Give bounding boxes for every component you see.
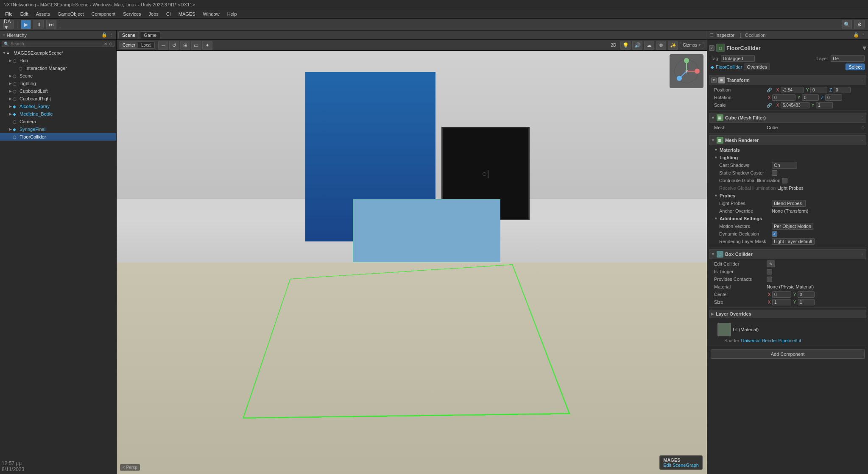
- light-probes-dropdown[interactable]: Blend Probes: [772, 200, 806, 207]
- mesh-renderer-arrow[interactable]: ▼: [711, 138, 715, 142]
- tree-expand-lighting[interactable]: ▶: [8, 81, 13, 86]
- scale-tool-icon[interactable]: ⊞: [180, 41, 190, 50]
- dynamic-occlusion-toggle[interactable]: ✓: [772, 231, 777, 237]
- menu-ci[interactable]: CI: [163, 11, 174, 17]
- menu-gameobject[interactable]: GameObject: [54, 11, 87, 17]
- position-y-input[interactable]: [810, 87, 827, 93]
- is-trigger-toggle[interactable]: [767, 269, 772, 274]
- hierarchy-more-icon[interactable]: ⋮: [109, 32, 114, 38]
- menu-mages[interactable]: MAGES: [175, 11, 199, 17]
- 2d-btn[interactable]: 2D: [608, 42, 619, 48]
- center-btn[interactable]: Center: [120, 42, 138, 48]
- contribute-gi-toggle[interactable]: [782, 178, 787, 183]
- fx-icon[interactable]: ✨: [668, 41, 678, 50]
- menu-help[interactable]: Help: [224, 11, 240, 17]
- tree-expand-cupboardright[interactable]: ▶: [8, 97, 13, 101]
- audio-icon[interactable]: 🔊: [632, 41, 642, 50]
- tree-expand-hub[interactable]: ▶: [8, 58, 13, 63]
- edit-collider-button[interactable]: ✎: [767, 261, 775, 267]
- box-collider-header[interactable]: ▼ □ Box Collider ⋮: [709, 249, 866, 259]
- tree-expand-cupboardleft[interactable]: ▶: [8, 89, 13, 93]
- size-x-input[interactable]: [772, 299, 791, 305]
- provides-contacts-toggle[interactable]: [767, 277, 772, 282]
- tree-item-camera[interactable]: ◌ Camera: [0, 118, 116, 125]
- position-x-input[interactable]: [781, 87, 804, 93]
- tree-item-cupboardleft[interactable]: ▶ ◌ CupboardLeft: [0, 87, 116, 95]
- play-button[interactable]: ▶: [21, 20, 31, 29]
- static-shadow-toggle[interactable]: [772, 170, 777, 176]
- tab-game[interactable]: Game: [140, 31, 160, 39]
- tree-item-floorcollider[interactable]: ◌ FloorCollider: [0, 133, 116, 141]
- scale-x-input[interactable]: [781, 102, 809, 108]
- center-x-input[interactable]: [772, 291, 791, 298]
- settings-icon-toolbar[interactable]: ⚙: [854, 20, 865, 29]
- tree-item-lighting[interactable]: ▶ ◌ Lighting: [0, 80, 116, 87]
- object-enabled-checkbox[interactable]: ✓: [709, 45, 714, 51]
- inspector-lock-icon[interactable]: 🔒: [853, 32, 859, 38]
- scale-y-input[interactable]: [816, 102, 833, 108]
- menu-services[interactable]: Services: [120, 11, 144, 17]
- hierarchy-filter-icon[interactable]: ⊙: [109, 42, 112, 46]
- mesh-renderer-header[interactable]: ▼ ▦ Mesh Renderer ⋮: [709, 135, 866, 145]
- menu-edit[interactable]: Edit: [17, 11, 32, 17]
- rotation-z-input[interactable]: [825, 94, 842, 101]
- local-btn[interactable]: Local: [139, 42, 154, 48]
- gizmos-dropdown[interactable]: Gizmos ▼: [680, 42, 704, 48]
- tab-scene[interactable]: Scene: [118, 31, 139, 39]
- pause-button[interactable]: ⏸: [33, 20, 44, 29]
- menu-file[interactable]: File: [2, 11, 16, 17]
- step-button[interactable]: ⏭: [46, 20, 56, 29]
- probes-section-header[interactable]: ▼ Probes: [712, 192, 866, 200]
- edit-scene-graph-btn[interactable]: Edit SceneGraph: [663, 463, 699, 468]
- tree-item-hub[interactable]: ▶ ◌ Hub: [0, 57, 116, 64]
- tree-item-syringefinal[interactable]: ▶ ◆ SyringeFinal: [0, 125, 116, 133]
- rotation-x-input[interactable]: [772, 94, 795, 101]
- cast-shadows-value[interactable]: On: [772, 162, 797, 169]
- rotate-tool-icon[interactable]: ↺: [169, 41, 179, 50]
- hierarchy-search-clear[interactable]: ✕: [104, 42, 107, 46]
- position-z-input[interactable]: [834, 87, 851, 93]
- object-name-field[interactable]: FloorCollider: [726, 45, 761, 51]
- add-component-button[interactable]: Add Component: [711, 349, 865, 359]
- mesh-filter-header[interactable]: ▼ ▦ Cube (Mesh Filter) ⋮: [709, 113, 866, 123]
- tree-expand-syringe[interactable]: ▶: [8, 127, 13, 131]
- rotation-y-input[interactable]: [802, 94, 819, 101]
- transform-tool-icon[interactable]: ✦: [202, 41, 212, 50]
- size-y-input[interactable]: [798, 299, 815, 305]
- layer-overrides-header[interactable]: ▶ Layer Overrides: [709, 310, 866, 318]
- box-collider-arrow[interactable]: ▼: [711, 252, 715, 256]
- rendering-layer-dropdown[interactable]: Light Layer default: [772, 238, 815, 245]
- mesh-target-icon[interactable]: ⊙: [861, 125, 865, 130]
- static-dropdown-icon[interactable]: ▾: [862, 43, 866, 53]
- skybox-icon[interactable]: ☁: [644, 41, 654, 50]
- overrides-button[interactable]: Overrides: [744, 64, 770, 70]
- menu-assets[interactable]: Assets: [33, 11, 53, 17]
- tree-item-magesexamplescene[interactable]: ▼ ● MAGESExampleScene*: [0, 49, 116, 57]
- transform-expand-arrow[interactable]: ▼: [711, 78, 717, 83]
- mesh-renderer-more-icon[interactable]: ⋮: [860, 138, 864, 143]
- transform-component-header[interactable]: ▼ ⊕ Transform ⋮: [709, 75, 866, 85]
- motion-vectors-dropdown[interactable]: Per Object Motion: [772, 223, 813, 230]
- hierarchy-search-input[interactable]: [11, 42, 102, 46]
- tree-item-interactionmanager[interactable]: ◌ Interaction Manager: [0, 64, 116, 72]
- tree-item-alcohol-spray[interactable]: ▶ ◆ Alcohol_Spray: [0, 103, 116, 110]
- layer-overrides-arrow[interactable]: ▶: [711, 312, 714, 316]
- tree-item-medicine-bottle[interactable]: ▶ ◆ Medicine_Bottle: [0, 110, 116, 118]
- menu-jobs[interactable]: Jobs: [145, 11, 162, 17]
- materials-section-header[interactable]: ▼ Materials: [712, 146, 866, 154]
- hierarchy-lock-icon[interactable]: 🔒: [101, 32, 107, 38]
- tree-expand-magesscene[interactable]: ▼: [2, 51, 7, 55]
- additional-settings-header[interactable]: ▼ Additional Settings: [712, 215, 866, 222]
- tree-item-scene[interactable]: ▶ ◌ Scene: [0, 72, 116, 80]
- scene-3d[interactable]: ○| < Persp: [117, 51, 707, 474]
- gizmos-icon[interactable]: 👁: [656, 41, 666, 50]
- menu-component[interactable]: Component: [88, 11, 119, 17]
- mesh-filter-more-icon[interactable]: ⋮: [860, 116, 864, 120]
- rect-tool-icon[interactable]: ▭: [191, 41, 201, 50]
- box-collider-more-icon[interactable]: ⋮: [860, 252, 864, 257]
- inspector-more-icon[interactable]: ⋮: [861, 32, 865, 38]
- lighting-toggle-icon[interactable]: 💡: [620, 41, 631, 50]
- cast-shadows-dropdown[interactable]: On: [772, 162, 865, 169]
- tag-dropdown[interactable]: Untagged: [721, 55, 755, 62]
- transform-more-icon[interactable]: ⋮: [860, 78, 864, 83]
